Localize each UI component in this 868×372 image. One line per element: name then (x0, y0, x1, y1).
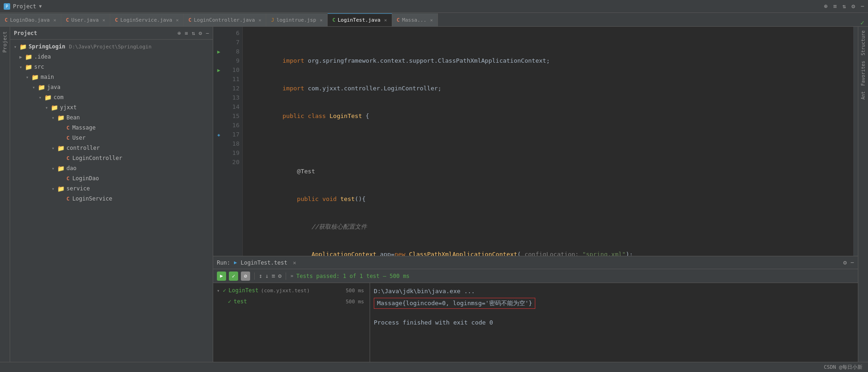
tree-item-logindao[interactable]: C LoginDao (10, 173, 213, 183)
tab-close-icon[interactable]: ✕ (176, 18, 179, 23)
tree-item-idea[interactable]: ▶ 📁 .idea (10, 52, 213, 62)
sync-icon[interactable]: ⊕ (178, 30, 181, 36)
tab-logintest[interactable]: C LoginTest.java ✕ (328, 13, 392, 26)
toolbar-icon-gear[interactable]: ⚙ (851, 3, 855, 10)
run-icon: ▶ (234, 260, 237, 266)
test-item-logintest[interactable]: ▾ ✓ LoginTest (com.yjxxt.test) 500 ms (213, 285, 370, 296)
filter-icon[interactable]: ⇅ (192, 30, 195, 36)
folder-icon: 📁 (25, 64, 32, 71)
editor-scrollbar[interactable] (853, 27, 858, 256)
gutter-11 (213, 75, 224, 84)
tree-item-service[interactable]: ▾ 📁 service (10, 183, 213, 194)
sort-icon[interactable]: ≡ (185, 30, 188, 36)
run-play-button[interactable]: ▶ (217, 272, 226, 281)
tree-item-main[interactable]: ▾ 📁 main (10, 72, 213, 82)
run-settings2-icon[interactable]: ⚙ (278, 272, 281, 279)
tab-close-icon[interactable]: ✕ (54, 18, 56, 23)
ant-label[interactable]: Ant (861, 89, 866, 101)
tab-close-icon[interactable]: ✕ (384, 18, 387, 23)
test-check-icon: ✓ (223, 287, 226, 294)
tree-item-massage[interactable]: C Massage (10, 123, 213, 133)
line-num-7: 7 (224, 38, 242, 47)
run-stop-button[interactable]: ⊘ (241, 272, 250, 281)
expand-arrow: ▾ (45, 105, 48, 110)
run-sort-icon[interactable]: ↕ (259, 272, 263, 279)
kw: new (395, 251, 409, 256)
tree-item-yjxxt[interactable]: ▾ 📁 yjxxt (10, 102, 213, 112)
plain: app= (377, 251, 395, 256)
structure-label[interactable]: Structure (861, 29, 866, 57)
run-gutter-icon[interactable]: ▶ (217, 49, 221, 55)
output-line-4: Process finished with exit code 0 (374, 318, 854, 327)
line-num-19: 19 (224, 148, 242, 158)
folder-icon: 📁 (57, 165, 65, 172)
toolbar-icon-list[interactable]: ≡ (833, 3, 837, 10)
loginservice-label: LoginService (72, 195, 113, 202)
tree-item-src[interactable]: ▾ 📁 src (10, 62, 213, 72)
tab-logintrue[interactable]: J logintrue.jsp ✕ (266, 13, 328, 26)
favorites-label[interactable]: Favorites (861, 59, 866, 88)
tab-close-icon[interactable]: ✕ (102, 18, 105, 23)
tree-item-java[interactable]: ▾ 📁 java (10, 82, 213, 92)
dropdown-arrow[interactable]: ▼ (39, 4, 42, 9)
test-method-time: 500 ms (346, 299, 366, 305)
tab-close-icon[interactable]: ✕ (258, 18, 261, 23)
code-content[interactable]: import org.springframework.context.suppo… (243, 27, 853, 256)
code-line-13: ApplicationContext app=new ClassPathXmlA… (246, 241, 850, 250)
code-line-8: public class LoginTest { (246, 102, 850, 112)
java-icon: C (332, 17, 335, 23)
run-check-button[interactable]: ✓ (229, 272, 238, 281)
tab-close-icon[interactable]: ✕ (430, 18, 433, 23)
output-boxed-result: Massage{logincode=0, loginmsg='密码不能为空'} (374, 298, 535, 309)
toolbar-icon-minimize[interactable]: − (861, 3, 864, 10)
gutter-12 (213, 84, 224, 93)
gutter-6 (213, 29, 224, 38)
tree-item-com[interactable]: ▾ 📁 com (10, 92, 213, 102)
sidebar-content: ▾ 📁 SpringLogin D:\Java\Project\SpringLo… (10, 40, 213, 362)
test-class-label: LoginTest (228, 287, 258, 294)
toolbar-icon-sort[interactable]: ⇅ (843, 3, 846, 10)
tree-item-controller[interactable]: ▾ 📁 controller (10, 143, 213, 153)
gear-icon[interactable]: ⚙ (199, 30, 202, 36)
test-method-label: test (233, 298, 247, 305)
tree-item-logincontroller[interactable]: C LoginController (10, 153, 213, 163)
tree-item-springlogin[interactable]: ▾ 📁 SpringLogin D:\Java\Project\SpringLo… (10, 41, 213, 52)
sidebar-tools: ⊕ ≡ ⇅ ⚙ − (178, 30, 209, 36)
folder-icon: 📁 (25, 53, 32, 60)
folder-icon: 📁 (57, 185, 65, 192)
run-expand-icon[interactable]: ≡ (272, 272, 275, 279)
tab-close-icon[interactable]: ✕ (320, 18, 323, 23)
tree-item-loginservice[interactable]: C LoginService (10, 194, 213, 204)
test-item-method[interactable]: ✓ test 500 ms (213, 296, 370, 307)
editor-area[interactable]: ▶ ▶ ◈ 6 (213, 27, 858, 256)
run-header: Run: ▶ LoginTest.test ✕ ⚙ − (213, 256, 858, 269)
tab-user[interactable]: C User.java ✕ (61, 13, 110, 26)
line-numbers: 6 7 8 9 10 11 12 13 14 15 16 17 18 19 20 (224, 27, 243, 256)
tree-item-dao[interactable]: ▾ 📁 dao (10, 163, 213, 173)
tree-item-bean[interactable]: ▾ 📁 Bean (10, 112, 213, 123)
tab-logincontroller[interactable]: C LoginController.java ✕ (184, 13, 266, 26)
run-gutter-icon[interactable]: ▶ (217, 67, 221, 73)
sidebar-title: Project (14, 30, 37, 36)
run-content: ▾ ✓ LoginTest (com.yjxxt.test) 500 ms ✓ … (213, 283, 858, 362)
close-icon[interactable]: − (206, 30, 209, 36)
run-filter-icon[interactable]: ↓ (265, 272, 269, 279)
tree-item-user[interactable]: C User (10, 133, 213, 143)
gutter-9 (213, 56, 224, 65)
run-minimize-icon[interactable]: − (850, 259, 854, 266)
project-vert-label[interactable]: Project (2, 29, 8, 55)
tab-loginservice[interactable]: C LoginService.java ✕ (110, 13, 184, 26)
tab-logindao[interactable]: C LoginDao.java ✕ (0, 13, 61, 26)
fn: test (341, 195, 355, 202)
run-close-icon[interactable]: ✕ (293, 260, 296, 266)
tab-label: LoginService.java (120, 17, 173, 23)
output-path: D:\Java\jdk\bin\java.exe ... (374, 288, 475, 295)
tab-massage[interactable]: C Massa... ✕ (392, 13, 438, 26)
java-icon: C (5, 17, 8, 23)
cls: ApplicationContext (311, 251, 377, 256)
toolbar-icon-sync[interactable]: ⊕ (824, 3, 828, 10)
cls: ClassPathXmlApplicationContext (409, 251, 517, 256)
run-settings-icon[interactable]: ⚙ (843, 259, 847, 266)
run-arrows-icon[interactable]: » (290, 273, 293, 279)
expand-arrow: ▾ (52, 115, 54, 120)
